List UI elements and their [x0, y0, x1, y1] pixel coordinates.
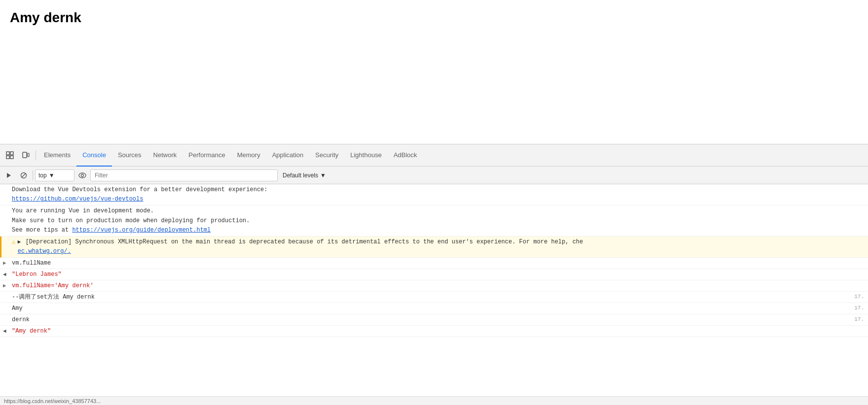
- console-line-2: You are running Vue in development mode.…: [0, 205, 868, 236]
- vue-dev-mode-msg: You are running Vue in development mode.…: [12, 207, 250, 233]
- run-script-icon[interactable]: [2, 169, 16, 182]
- cmd-text-1: vm.fullName: [12, 259, 51, 268]
- page-content: Amy dernk: [0, 0, 868, 143]
- levels-dropdown[interactable]: Default levels ▼: [279, 169, 330, 181]
- console-line-amy: Amy 17.: [0, 303, 868, 314]
- tab-divider-1: [36, 150, 36, 160]
- svg-rect-4: [23, 152, 27, 158]
- vue-devtools-msg: Download the Vue Devtools extension for …: [12, 186, 267, 202]
- tab-performance[interactable]: Performance: [182, 144, 231, 167]
- console-line-warning: ⚠ ▶ [Deprecation] Synchronous XMLHttpReq…: [0, 236, 868, 258]
- console-toolbar: top ▼ Default levels ▼: [0, 167, 868, 184]
- devtools-tab-bar: Elements Console Sources Network Perform…: [0, 144, 868, 167]
- svg-line-8: [22, 173, 26, 177]
- tab-elements[interactable]: Elements: [38, 144, 76, 167]
- line-num-3: 17.: [844, 315, 864, 324]
- tab-adblock[interactable]: AdBlock: [388, 144, 423, 167]
- tab-application[interactable]: Application: [266, 144, 310, 167]
- toolbar-sep-1: [33, 170, 33, 180]
- filter-input[interactable]: [90, 169, 278, 181]
- amy-text: Amy: [12, 304, 23, 313]
- deprecation-link[interactable]: ec.whatwg.org/.: [18, 248, 71, 255]
- console-line-cmd-1: ▶ vm.fullName: [0, 258, 868, 269]
- output-value-2: "Amy dernk": [12, 327, 51, 336]
- deprecation-arrow[interactable]: ▶: [18, 239, 21, 245]
- context-dropdown-arrow: ▼: [49, 172, 55, 179]
- cmd-text-2: vm.fullName='Amy dernk': [12, 281, 94, 290]
- dernk-text: dernk: [12, 315, 30, 324]
- devtools-panel: Elements Console Sources Network Perform…: [0, 144, 868, 405]
- cmd-arrow-2[interactable]: ▶: [3, 282, 6, 290]
- svg-rect-3: [10, 156, 13, 159]
- svg-marker-6: [7, 173, 11, 178]
- deprecation-msg: [Deprecation] Synchronous XMLHttpRequest…: [26, 238, 583, 245]
- console-line-dernk: dernk 17.: [0, 314, 868, 326]
- warning-icon: ⚠: [12, 237, 16, 247]
- tab-network[interactable]: Network: [147, 144, 183, 167]
- line-num-1: 17.: [844, 293, 864, 301]
- tab-memory[interactable]: Memory: [231, 144, 266, 167]
- console-line-output-1: ◀ "Lebron James": [0, 269, 868, 280]
- svg-rect-1: [10, 152, 13, 155]
- tab-sources[interactable]: Sources: [112, 144, 147, 167]
- svg-rect-0: [6, 152, 9, 155]
- svg-rect-2: [6, 156, 9, 159]
- status-bar: https://blog.csdn.net/weixin_43857743...: [0, 396, 868, 405]
- levels-arrow-icon: ▼: [320, 172, 326, 179]
- clear-console-icon[interactable]: [17, 169, 31, 182]
- eye-icon[interactable]: [75, 169, 89, 182]
- tab-security[interactable]: Security: [309, 144, 344, 167]
- svg-rect-5: [28, 153, 29, 157]
- console-output: Download the Vue Devtools extension for …: [0, 184, 868, 396]
- cmd-arrow-1[interactable]: ▶: [3, 259, 6, 268]
- console-line-1: Download the Vue Devtools extension for …: [0, 184, 868, 205]
- vue-devtools-link[interactable]: https://github.com/vuejs/vue-devtools: [12, 196, 143, 202]
- status-url: https://blog.csdn.net/weixin_43857743...: [4, 398, 101, 404]
- console-line-setter: --调用了set方法 Amy dernk 17.: [0, 292, 868, 303]
- output-value-1: "Lebron James": [12, 270, 62, 279]
- console-line-output-2: ◀ "Amy dernk": [0, 326, 868, 337]
- device-toolbar-icon[interactable]: [18, 147, 34, 163]
- console-line-cmd-2: ▶ vm.fullName='Amy dernk': [0, 280, 868, 292]
- vue-deployment-link[interactable]: https://vuejs.org/guide/deployment.html: [72, 227, 211, 234]
- tab-lighthouse[interactable]: Lighthouse: [344, 144, 388, 167]
- svg-point-9: [79, 173, 86, 178]
- svg-point-10: [81, 174, 84, 176]
- tab-console[interactable]: Console: [76, 144, 112, 167]
- setter-text: --调用了set方法 Amy dernk: [12, 293, 95, 302]
- output-arrow-1: ◀: [3, 270, 6, 279]
- line-num-2: 17.: [844, 304, 864, 312]
- output-arrow-2: ◀: [3, 327, 6, 336]
- inspect-element-icon[interactable]: [2, 147, 18, 163]
- page-title: Amy dernk: [10, 10, 858, 26]
- context-selector[interactable]: top ▼: [35, 169, 74, 181]
